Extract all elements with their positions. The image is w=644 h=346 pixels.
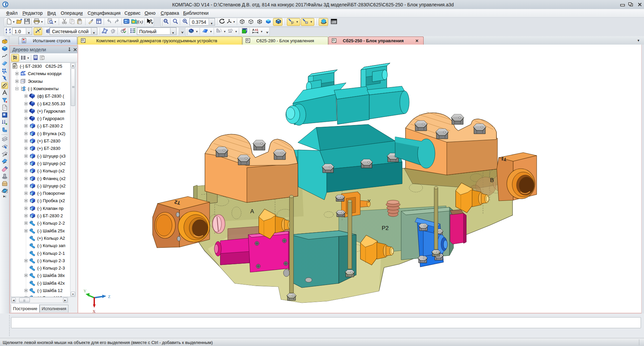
svg-text:±1: ±1 — [255, 28, 258, 32]
svg-text:T1: T1 — [500, 156, 507, 162]
svg-text:B: B — [490, 177, 494, 183]
svg-text:У: У — [368, 198, 371, 204]
svg-text:X: X — [93, 309, 96, 313]
svg-text:P2: P2 — [382, 225, 389, 231]
svg-text:Y: Y — [84, 289, 87, 293]
svg-text:A: A — [252, 28, 255, 32]
svg-text:Z: Z — [108, 294, 110, 299]
svg-text:A: A — [250, 208, 254, 215]
